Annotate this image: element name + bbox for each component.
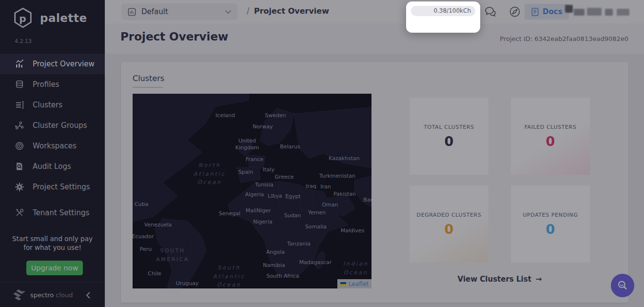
tour-dim-overlay: [0, 0, 644, 307]
app-window: p palette 4.2.13 Project Overview: [0, 0, 644, 307]
usage-badge: 0.38/100kCh: [411, 6, 475, 16]
usage-badge-spotlight-card: 0.38/100kCh: [406, 1, 480, 33]
